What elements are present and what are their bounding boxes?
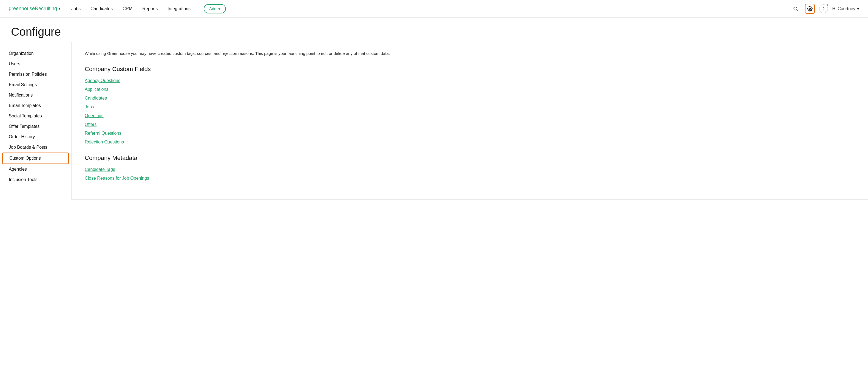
nav-actions: ? Hi Courtney ▾ bbox=[791, 4, 859, 14]
add-button[interactable]: Add ▾ bbox=[204, 4, 226, 13]
list-item-rejection-questions: Rejection Questions bbox=[85, 140, 855, 145]
openings-link[interactable]: Openings bbox=[85, 113, 104, 118]
close-reasons-link[interactable]: Close Reasons for Job Openings bbox=[85, 176, 149, 180]
list-item-agency-questions: Agency Questions bbox=[85, 78, 855, 83]
nav-links: Jobs Candidates CRM Reports Integrations… bbox=[71, 4, 784, 13]
svg-point-0 bbox=[794, 7, 797, 10]
list-item-openings: Openings bbox=[85, 113, 855, 118]
top-navigation: greenhouseRecruiting ▾ Jobs Candidates C… bbox=[0, 0, 868, 18]
help-icon: ? bbox=[823, 7, 825, 11]
sidebar-item-offer-templates[interactable]: Offer Templates bbox=[0, 121, 71, 132]
list-item-offers: Offers bbox=[85, 122, 855, 127]
sidebar: Organization Users Permission Policies E… bbox=[0, 42, 71, 200]
main-content: While using Greenhouse you may have crea… bbox=[71, 42, 868, 200]
agency-questions-link[interactable]: Agency Questions bbox=[85, 78, 120, 83]
referral-questions-link[interactable]: Referral Questions bbox=[85, 131, 121, 136]
intro-text: While using Greenhouse you may have crea… bbox=[85, 51, 855, 57]
rejection-questions-link[interactable]: Rejection Questions bbox=[85, 140, 124, 144]
sidebar-item-organization[interactable]: Organization bbox=[0, 48, 71, 59]
company-custom-fields-list: Agency Questions Applications Candidates… bbox=[85, 78, 855, 145]
svg-line-1 bbox=[797, 9, 798, 11]
list-item-candidates: Candidates bbox=[85, 96, 855, 101]
nav-integrations[interactable]: Integrations bbox=[167, 6, 190, 11]
applications-link[interactable]: Applications bbox=[85, 87, 108, 92]
search-button[interactable] bbox=[791, 4, 801, 14]
page-title: Configure bbox=[11, 25, 857, 38]
sidebar-item-notifications[interactable]: Notifications bbox=[0, 90, 71, 100]
company-metadata-title: Company Metadata bbox=[85, 154, 855, 161]
list-item-applications: Applications bbox=[85, 87, 855, 92]
user-menu[interactable]: Hi Courtney ▾ bbox=[832, 6, 859, 11]
offers-link[interactable]: Offers bbox=[85, 122, 96, 127]
nav-candidates[interactable]: Candidates bbox=[91, 6, 113, 11]
sidebar-item-permission-policies[interactable]: Permission Policies bbox=[0, 69, 71, 80]
sidebar-item-inclusion-tools[interactable]: Inclusion Tools bbox=[0, 175, 71, 185]
add-chevron-icon: ▾ bbox=[218, 6, 220, 11]
user-chevron-icon: ▾ bbox=[857, 6, 859, 11]
candidate-tags-link[interactable]: Candidate Tags bbox=[85, 167, 115, 172]
user-greeting: Hi Courtney bbox=[832, 6, 856, 11]
sidebar-item-email-templates[interactable]: Email Templates bbox=[0, 100, 71, 111]
help-button[interactable]: ? bbox=[819, 4, 828, 13]
logo-text: greenhouseRecruiting bbox=[9, 6, 57, 11]
jobs-link[interactable]: Jobs bbox=[85, 104, 94, 109]
logo[interactable]: greenhouseRecruiting ▾ bbox=[9, 6, 60, 11]
sidebar-item-custom-options[interactable]: Custom Options bbox=[2, 152, 69, 164]
sidebar-item-email-settings[interactable]: Email Settings bbox=[0, 80, 71, 90]
logo-chevron-icon: ▾ bbox=[59, 7, 60, 11]
sidebar-item-order-history[interactable]: Order History bbox=[0, 132, 71, 142]
list-item-jobs: Jobs bbox=[85, 104, 855, 110]
company-metadata-list: Candidate Tags Close Reasons for Job Ope… bbox=[85, 167, 855, 181]
notification-badge bbox=[826, 4, 829, 6]
content-area: Organization Users Permission Policies E… bbox=[0, 42, 868, 200]
sidebar-item-social-templates[interactable]: Social Templates bbox=[0, 111, 71, 121]
company-custom-fields-title: Company Custom Fields bbox=[85, 66, 855, 73]
sidebar-item-job-boards-posts[interactable]: Job Boards & Posts bbox=[0, 142, 71, 152]
list-item-close-reasons: Close Reasons for Job Openings bbox=[85, 176, 855, 181]
candidates-link[interactable]: Candidates bbox=[85, 96, 107, 100]
svg-point-2 bbox=[809, 8, 810, 9]
sidebar-item-agencies[interactable]: Agencies bbox=[0, 164, 71, 175]
nav-crm[interactable]: CRM bbox=[123, 6, 132, 11]
list-item-referral-questions: Referral Questions bbox=[85, 131, 855, 136]
list-item-candidate-tags: Candidate Tags bbox=[85, 167, 855, 172]
nav-jobs[interactable]: Jobs bbox=[71, 6, 81, 11]
sidebar-item-users[interactable]: Users bbox=[0, 59, 71, 69]
settings-button[interactable] bbox=[805, 4, 815, 14]
nav-reports[interactable]: Reports bbox=[142, 6, 158, 11]
page-title-area: Configure bbox=[0, 18, 868, 42]
